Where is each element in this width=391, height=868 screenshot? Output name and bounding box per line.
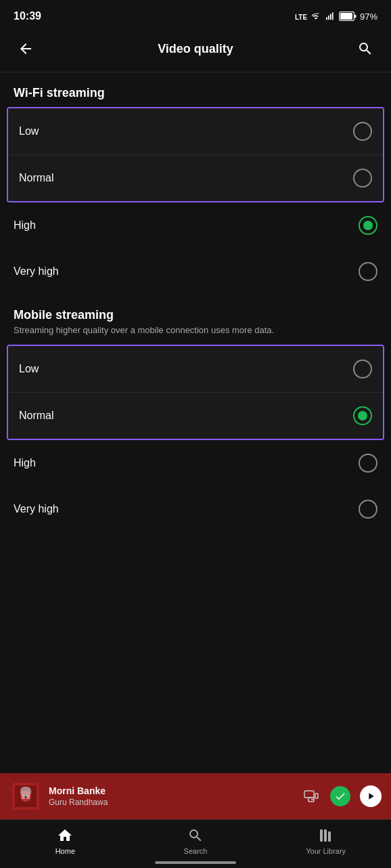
battery-icon	[339, 12, 356, 21]
svg-rect-2	[328, 16, 329, 20]
wifi-high-radio[interactable]	[359, 216, 377, 235]
mobile-section-header: Mobile streaming Streaming higher qualit…	[0, 295, 391, 345]
album-art	[9, 780, 42, 812]
mobile-high-label: High	[14, 457, 36, 469]
nav-item-library[interactable]: Your Library	[260, 827, 391, 855]
mobile-normal-radio[interactable]	[353, 406, 372, 425]
wifi-low-label: Low	[19, 125, 39, 137]
svg-rect-13	[20, 787, 31, 796]
search-icon	[357, 41, 373, 57]
search-button[interactable]	[353, 37, 377, 61]
wifi-low-normal-group: Low Normal	[7, 107, 384, 202]
status-icons: LTE 97%	[295, 12, 377, 22]
wifi-normal-label: Normal	[19, 172, 54, 184]
nav-item-search[interactable]: Search	[131, 827, 261, 855]
page-title: Video quality	[38, 42, 353, 56]
battery-percent: 97%	[360, 12, 377, 22]
album-art-image	[9, 780, 42, 812]
search-nav-label: Search	[184, 847, 208, 855]
svg-rect-14	[22, 795, 25, 799]
mobile-low-label: Low	[19, 363, 39, 375]
now-playing-controls	[302, 785, 382, 807]
wifi-low-radio[interactable]	[353, 122, 372, 141]
mobile-high-radio[interactable]	[359, 454, 377, 473]
svg-rect-20	[320, 829, 323, 842]
mobile-veryhigh-radio[interactable]	[359, 500, 377, 519]
wifi-normal-row[interactable]: Normal	[8, 154, 383, 201]
status-bar: 10:39 LTE 97%	[0, 0, 391, 30]
svg-rect-1	[326, 17, 327, 20]
wifi-veryhigh-radio[interactable]	[359, 262, 377, 281]
wifi-high-label: High	[14, 219, 36, 232]
mobile-normal-row[interactable]: Normal	[8, 392, 383, 439]
svg-rect-3	[330, 14, 331, 20]
svg-text:LTE: LTE	[295, 14, 307, 21]
library-icon	[318, 827, 334, 844]
svg-rect-22	[328, 831, 331, 842]
mobile-normal-label: Normal	[19, 410, 54, 422]
wifi-high-row[interactable]: High	[0, 202, 391, 248]
wifi-normal-radio[interactable]	[353, 169, 372, 188]
header: Video quality	[0, 30, 391, 72]
checkmark-icon	[334, 790, 346, 802]
mobile-veryhigh-row[interactable]: Very high	[0, 486, 391, 532]
play-icon	[365, 791, 376, 802]
now-playing-title: Morni Banke	[49, 785, 295, 796]
wifi-veryhigh-label: Very high	[14, 265, 59, 278]
now-playing-info: Morni Banke Guru Randhawa	[49, 785, 295, 807]
mobile-low-row[interactable]: Low	[8, 346, 383, 392]
wifi-section-label: Wi-Fi streaming	[0, 72, 391, 107]
mobile-veryhigh-label: Very high	[14, 503, 59, 515]
mobile-section-label: Mobile streaming	[14, 308, 377, 322]
nav-item-home[interactable]: Home	[0, 827, 131, 855]
lte-icon: LTE	[295, 12, 307, 21]
svg-rect-7	[354, 15, 356, 18]
library-nav-icon	[317, 827, 335, 844]
svg-rect-16	[304, 791, 314, 798]
wifi-icon	[310, 12, 321, 21]
now-playing-bar[interactable]: Morni Banke Guru Randhawa	[0, 773, 391, 819]
now-playing-artist: Guru Randhawa	[49, 798, 295, 807]
liked-button[interactable]	[330, 786, 350, 806]
svg-rect-15	[26, 795, 30, 799]
mobile-high-row[interactable]: High	[0, 440, 391, 486]
mobile-low-radio[interactable]	[353, 360, 372, 378]
mobile-section-subtitle: Streaming higher quality over a mobile c…	[14, 325, 377, 342]
connect-device-icon	[303, 788, 319, 804]
home-nav-icon	[56, 827, 74, 844]
mobile-low-normal-group: Low Normal	[7, 345, 384, 440]
connect-device-button[interactable]	[302, 787, 321, 806]
svg-rect-6	[340, 13, 352, 20]
svg-rect-18	[315, 794, 318, 798]
back-button[interactable]	[14, 37, 38, 61]
status-time: 10:39	[14, 10, 41, 22]
search-nav-svg	[187, 827, 204, 844]
home-nav-label: Home	[55, 847, 75, 855]
search-nav-icon	[187, 827, 204, 844]
signal-icon	[325, 12, 336, 21]
play-button[interactable]	[360, 785, 382, 807]
wifi-low-row[interactable]: Low	[8, 108, 383, 154]
home-icon	[57, 827, 73, 844]
svg-rect-21	[324, 829, 327, 842]
wifi-veryhigh-row[interactable]: Very high	[0, 248, 391, 295]
library-nav-label: Your Library	[306, 847, 346, 855]
home-indicator	[155, 861, 236, 864]
back-arrow-icon	[18, 41, 34, 57]
svg-rect-4	[332, 12, 334, 20]
